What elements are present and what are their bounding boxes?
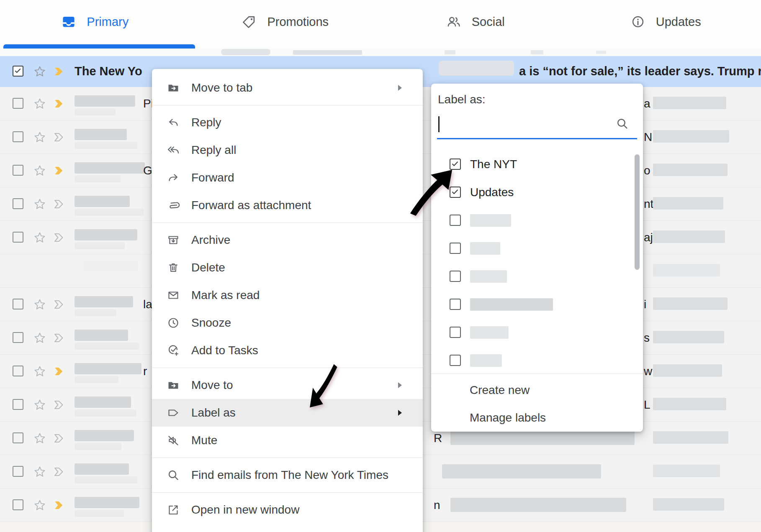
label-checkbox-checked[interactable] bbox=[450, 159, 461, 170]
snippet-fragment: i bbox=[644, 298, 646, 311]
menu-divider bbox=[152, 223, 423, 223]
snippet-fragment: o bbox=[644, 164, 650, 177]
annotation-arrow-to-nyt-checkbox bbox=[409, 169, 454, 217]
importance-marker-icon[interactable] bbox=[54, 365, 66, 378]
email-context-menu: Move to tab Reply Reply all Forward Forw… bbox=[152, 69, 423, 532]
menu-item-snooze[interactable]: Snooze bbox=[152, 309, 423, 337]
importance-marker-icon[interactable] bbox=[54, 65, 66, 78]
email-checkbox[interactable] bbox=[13, 332, 23, 343]
email-checkbox[interactable] bbox=[13, 165, 23, 176]
scrollbar-thumb[interactable] bbox=[635, 154, 640, 270]
label-option-the-nyt[interactable]: The NYT bbox=[431, 150, 643, 178]
importance-marker-icon[interactable] bbox=[54, 131, 66, 143]
email-checkbox-checked[interactable] bbox=[13, 66, 23, 77]
menu-item-archive[interactable]: Archive bbox=[152, 226, 423, 254]
email-checkbox[interactable] bbox=[13, 466, 23, 477]
people-icon bbox=[447, 15, 461, 29]
open-new-icon bbox=[167, 504, 180, 516]
star-icon[interactable] bbox=[33, 399, 46, 411]
importance-marker-icon[interactable] bbox=[54, 298, 66, 311]
email-checkbox[interactable] bbox=[13, 366, 23, 376]
email-checkbox[interactable] bbox=[13, 499, 23, 510]
mute-icon bbox=[167, 434, 180, 447]
tab-label: Primary bbox=[87, 15, 129, 29]
tab-promotions[interactable]: Promotions bbox=[190, 0, 381, 43]
menu-divider bbox=[152, 458, 423, 458]
label-option-blurred[interactable] bbox=[431, 318, 643, 346]
star-icon[interactable] bbox=[33, 432, 46, 445]
menu-item-find-emails[interactable]: Find emails from The New York Times bbox=[152, 461, 423, 489]
star-icon[interactable] bbox=[33, 164, 46, 177]
menu-item-forward-as-attachment[interactable]: Forward as attachment bbox=[152, 192, 423, 219]
label-option-blurred[interactable] bbox=[431, 262, 643, 290]
menu-item-open-in-new-window[interactable]: Open in new window bbox=[152, 496, 423, 524]
email-checkbox[interactable] bbox=[13, 299, 23, 309]
label-option-blurred[interactable] bbox=[431, 206, 643, 234]
importance-marker-icon[interactable] bbox=[54, 164, 66, 177]
snippet-fragment: a bbox=[644, 97, 650, 110]
star-icon[interactable] bbox=[33, 365, 46, 378]
menu-item-reply-all[interactable]: Reply all bbox=[152, 136, 423, 164]
tab-primary[interactable]: Primary bbox=[0, 0, 190, 43]
star-icon[interactable] bbox=[33, 466, 46, 478]
star-icon[interactable] bbox=[33, 131, 46, 143]
importance-marker-icon[interactable] bbox=[54, 466, 66, 478]
category-tab-bar: Primary Promotions Social Updates bbox=[0, 0, 761, 49]
email-snippet: a is “not for sale,” its leader says. Tr… bbox=[519, 64, 761, 78]
sender-fragment: r bbox=[143, 365, 147, 378]
snippet-fragment: R bbox=[434, 432, 442, 445]
menu-item-label-as[interactable]: Label as bbox=[152, 399, 423, 427]
label-search-input[interactable] bbox=[437, 110, 637, 139]
paperclip-icon bbox=[167, 199, 180, 212]
importance-marker-icon[interactable] bbox=[54, 97, 66, 110]
star-icon[interactable] bbox=[33, 332, 46, 344]
star-icon[interactable] bbox=[33, 97, 46, 110]
email-checkbox[interactable] bbox=[13, 131, 23, 142]
label-option-blurred[interactable] bbox=[431, 234, 643, 262]
menu-item-mute[interactable]: Mute bbox=[152, 427, 423, 454]
label-checkbox[interactable] bbox=[450, 327, 461, 338]
menu-item-add-to-tasks[interactable]: Add to Tasks bbox=[152, 337, 423, 364]
label-checkbox[interactable] bbox=[450, 299, 461, 310]
label-as-title: Label as: bbox=[438, 93, 643, 107]
email-checkbox[interactable] bbox=[13, 198, 23, 209]
importance-marker-icon[interactable] bbox=[54, 332, 66, 344]
importance-marker-icon[interactable] bbox=[54, 399, 66, 411]
star-icon[interactable] bbox=[33, 499, 46, 512]
label-option-updates[interactable]: Updates bbox=[431, 178, 643, 206]
star-icon[interactable] bbox=[33, 231, 46, 244]
snippet-fragment: aj bbox=[644, 231, 653, 244]
create-new-label-button[interactable]: Create new bbox=[431, 376, 643, 404]
menu-item-move-to[interactable]: Move to bbox=[152, 371, 423, 399]
manage-labels-button[interactable]: Manage labels bbox=[431, 404, 643, 432]
importance-marker-icon[interactable] bbox=[54, 499, 66, 512]
menu-item-reply[interactable]: Reply bbox=[152, 109, 423, 136]
menu-item-delete[interactable]: Delete bbox=[152, 254, 423, 281]
snippet-fragment: N bbox=[644, 130, 652, 144]
email-checkbox[interactable] bbox=[13, 232, 23, 243]
menu-item-move-to-tab[interactable]: Move to tab bbox=[152, 74, 423, 102]
star-icon[interactable] bbox=[33, 298, 46, 311]
check-icon bbox=[14, 67, 22, 75]
folder-arrow-icon bbox=[167, 379, 180, 391]
tab-social[interactable]: Social bbox=[380, 0, 571, 43]
menu-item-forward[interactable]: Forward bbox=[152, 164, 423, 192]
importance-marker-icon[interactable] bbox=[54, 231, 66, 244]
email-checkbox[interactable] bbox=[13, 432, 23, 443]
menu-item-mark-as-read[interactable]: Mark as read bbox=[152, 281, 423, 309]
email-checkbox[interactable] bbox=[13, 98, 23, 109]
label-checkbox[interactable] bbox=[450, 243, 461, 254]
importance-marker-icon[interactable] bbox=[54, 198, 66, 210]
star-icon[interactable] bbox=[33, 198, 46, 210]
blurred-subject-chunk bbox=[439, 61, 514, 76]
label-option-blurred[interactable] bbox=[431, 290, 643, 318]
label-checkbox[interactable] bbox=[450, 355, 461, 366]
label-option-blurred[interactable] bbox=[431, 346, 643, 369]
menu-divider bbox=[152, 368, 423, 368]
label-checkbox[interactable] bbox=[450, 271, 461, 282]
tab-label: Updates bbox=[656, 15, 701, 29]
tab-updates[interactable]: Updates bbox=[571, 0, 761, 43]
star-icon[interactable] bbox=[33, 65, 46, 78]
importance-marker-icon[interactable] bbox=[54, 432, 66, 445]
email-checkbox[interactable] bbox=[13, 399, 23, 410]
